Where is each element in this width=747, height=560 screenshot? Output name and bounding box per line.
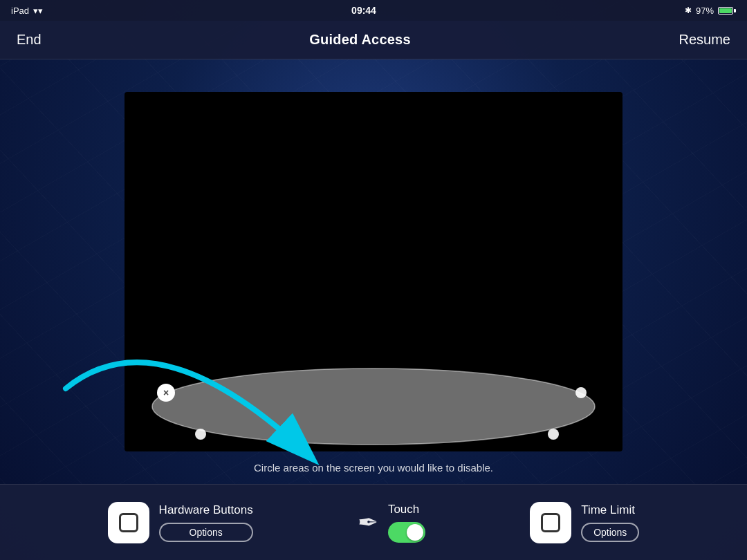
hardware-options-button[interactable]: Options (159, 523, 253, 542)
nav-bar: End Guided Access Resume (0, 21, 747, 59)
main-content: × Circle areas on the screen you would l… (0, 59, 747, 484)
time-limit-label: Time Limit (581, 503, 639, 517)
battery-icon (718, 7, 736, 15)
svg-point-6 (195, 429, 206, 440)
instruction-text: Circle areas on the screen you would lik… (254, 462, 493, 474)
bluetooth-icon: ✱ (685, 6, 692, 15)
app-screen: × Circle areas on the screen you would l… (124, 92, 622, 451)
hardware-buttons-section: Hardware Buttons Options (108, 502, 253, 543)
touch-label-group: Touch (388, 503, 425, 543)
time-display: 09:44 (351, 5, 376, 16)
end-button[interactable]: End (17, 28, 42, 52)
hardware-buttons-icon[interactable] (108, 502, 149, 543)
toggle-knob (407, 524, 423, 541)
touch-label: Touch (388, 503, 419, 516)
carrier-label: iPad (11, 6, 29, 16)
nav-title: Guided Access (309, 32, 410, 48)
hardware-label-group: Hardware Buttons Options (159, 503, 253, 542)
svg-point-5 (575, 387, 587, 398)
status-right: ✱ 97% (685, 6, 736, 16)
feather-icon: ✒ (358, 508, 378, 537)
svg-point-7 (548, 429, 559, 440)
svg-point-1 (152, 368, 595, 445)
touch-toggle[interactable] (388, 522, 425, 543)
battery-percent: 97% (696, 6, 714, 16)
bottom-toolbar: Hardware Buttons Options ✒ Touch Time Li… (0, 484, 747, 560)
svg-text:×: × (163, 387, 169, 398)
status-bar: iPad ▾▾ 09:44 ✱ 97% (0, 0, 747, 21)
square-inner-icon (119, 513, 138, 532)
disable-ellipse-svg[interactable]: × (145, 355, 602, 445)
touch-section: ✒ Touch (358, 503, 425, 543)
resume-button[interactable]: Resume (679, 28, 730, 52)
time-square-inner-icon (541, 513, 560, 532)
hardware-label: Hardware Buttons (159, 503, 253, 517)
time-limit-options-button[interactable]: Options (581, 523, 639, 542)
wifi-icon: ▾▾ (33, 6, 43, 16)
time-limit-section: Time Limit Options (530, 502, 639, 543)
time-label-group: Time Limit Options (581, 503, 639, 542)
time-limit-icon[interactable] (530, 502, 571, 543)
status-left: iPad ▾▾ (11, 6, 43, 16)
